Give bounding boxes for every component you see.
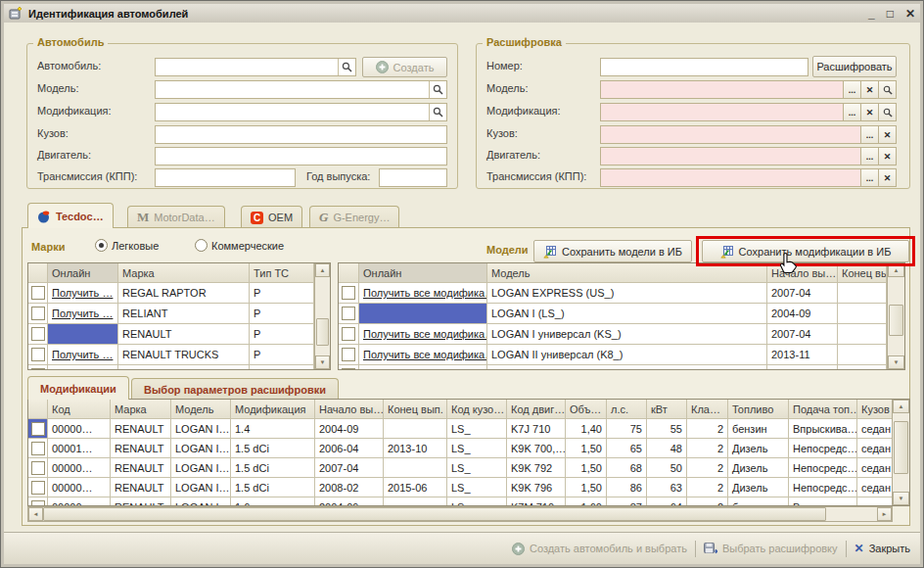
clear-icon[interactable]: ✕ [879, 147, 897, 166]
vertical-scrollbar[interactable]: ▲ ▼ [314, 263, 330, 369]
cell[interactable]: 64 [647, 497, 687, 506]
row-checkbox-cell[interactable] [339, 283, 359, 304]
horizontal-scrollbar[interactable]: ◄ ► [27, 506, 893, 522]
focused-checkbox-cell[interactable] [28, 419, 48, 439]
scroll-down-icon[interactable]: ▼ [893, 492, 909, 505]
cell[interactable]: б… [728, 497, 789, 506]
tab-genergy[interactable]: G G-Energy… [309, 206, 399, 228]
cell[interactable]: бензин [728, 419, 789, 439]
mods-header-checkbox[interactable] [28, 400, 48, 419]
minimize-button[interactable]: _ [868, 7, 875, 21]
scroll-thumb[interactable] [894, 421, 908, 474]
more-button[interactable]: ... [844, 103, 861, 121]
cell[interactable]: LS_ [447, 497, 507, 506]
cell[interactable]: LS_ [447, 458, 507, 478]
column-header[interactable]: л.с. [607, 400, 647, 419]
row-checkbox-cell[interactable] [28, 304, 48, 324]
cell[interactable]: LS_ [447, 478, 507, 497]
scroll-thumb[interactable] [316, 318, 329, 346]
scroll-thumb[interactable] [889, 305, 903, 336]
row-checkbox-cell[interactable] [339, 324, 359, 345]
cell[interactable]: Непосредс… [789, 478, 857, 497]
scroll-thumb[interactable] [43, 507, 826, 521]
scroll-up-icon[interactable]: ▲ [888, 263, 904, 277]
online-link-cell[interactable]: Получить … [48, 345, 118, 365]
column-header[interactable]: Модель [171, 400, 231, 419]
cell[interactable]: 1,60 [566, 497, 607, 506]
cell[interactable] [384, 497, 447, 506]
online-link-cell[interactable]: Получить … [48, 304, 118, 324]
row-checkbox-cell[interactable] [28, 439, 48, 458]
cell[interactable]: K7M 710 [507, 497, 566, 506]
decode-model-field[interactable] [600, 80, 844, 99]
cell[interactable]: LS_ [447, 439, 507, 458]
cell[interactable]: 2 [687, 478, 728, 497]
table-row[interactable]: 00001… RENAULT LOGAN I… 1.5 dCi 2006-04 … [28, 439, 909, 458]
column-header[interactable]: Конец вып. [384, 400, 447, 419]
more-button[interactable]: ... [844, 80, 861, 99]
column-header[interactable]: Начало вы… [315, 400, 384, 419]
cell[interactable]: Дизель [728, 458, 789, 478]
cell[interactable]: 2006-04 [315, 439, 384, 458]
cell[interactable]: K9K 796 [507, 478, 566, 497]
table-row-selected[interactable]: RENAULT P [28, 324, 330, 345]
tab-oem[interactable]: C OEM [241, 206, 302, 228]
more-button[interactable]: ... [861, 125, 879, 144]
table-row[interactable]: Получить все модифика… LOGAN/STEPWAY II … [339, 365, 904, 370]
cell[interactable]: 2007-04 [315, 458, 384, 478]
checkbox[interactable] [31, 442, 45, 455]
cell[interactable]: 2015-06 [384, 478, 447, 497]
decode-engine-field[interactable] [600, 147, 861, 166]
cell[interactable]: 68 [607, 458, 647, 478]
cell[interactable]: 00000… [48, 458, 111, 478]
search-icon[interactable] [879, 103, 897, 121]
brand-cell[interactable]: RELIANT [118, 304, 250, 324]
cell[interactable]: LOGAN I… [171, 439, 231, 458]
table-row[interactable]: Получить … RELIANT P [28, 304, 330, 324]
radio-passenger[interactable]: Легковые [95, 239, 159, 252]
row-checkbox-cell[interactable] [28, 365, 48, 370]
cell[interactable]: седан [857, 419, 892, 439]
column-header[interactable]: Код [48, 400, 111, 419]
brand-cell[interactable]: REX [118, 365, 250, 370]
search-icon[interactable] [338, 59, 355, 75]
models-header-end[interactable]: Конец вып. [838, 263, 887, 283]
column-header[interactable]: Код двиг… [507, 400, 566, 419]
cell[interactable]: 00001… [48, 439, 111, 458]
checkbox[interactable] [342, 307, 355, 320]
row-checkbox-cell[interactable] [28, 345, 48, 365]
online-link-cell[interactable]: Получить … [48, 283, 118, 304]
save-models-button[interactable]: Сохранить модели в ИБ [533, 240, 692, 262]
scroll-right-icon[interactable]: ► [877, 507, 892, 521]
decode-transmission-field[interactable] [600, 168, 861, 187]
decode-body-field[interactable] [600, 125, 861, 144]
column-header[interactable]: Кузов [857, 400, 892, 419]
cell[interactable]: LS_ [447, 419, 507, 439]
checkbox[interactable] [31, 422, 45, 436]
cell[interactable]: 1,50 [566, 458, 607, 478]
online-link-cell[interactable]: Получить все модифика… [359, 283, 487, 304]
brand-cell[interactable]: RENAULT [118, 324, 250, 345]
start-cell[interactable]: 2012-09 [767, 365, 838, 370]
cell[interactable]: 2 [687, 497, 728, 506]
cell[interactable]: 2004-09 [315, 497, 384, 506]
cell[interactable]: 2 [687, 439, 728, 458]
cell[interactable]: Дизель [728, 478, 789, 497]
row-checkbox-cell[interactable] [339, 304, 359, 324]
cell[interactable]: 2 [687, 458, 728, 478]
end-cell[interactable] [838, 345, 887, 365]
cell[interactable]: 87 [607, 497, 647, 506]
brands-header-online[interactable]: Онлайн [48, 263, 118, 283]
close-button[interactable]: ✕ [905, 7, 915, 21]
vehicle-engine-input[interactable] [155, 147, 447, 166]
search-icon[interactable] [879, 80, 897, 99]
vehicle-modification-input[interactable] [155, 103, 447, 121]
cell[interactable]: 1,50 [566, 478, 607, 497]
start-cell[interactable]: 2013-11 [767, 345, 838, 365]
decode-modification-field[interactable] [600, 103, 844, 121]
cell[interactable] [384, 419, 447, 439]
more-button[interactable]: ... [861, 147, 879, 166]
column-header[interactable]: Модификация [231, 400, 315, 419]
column-header[interactable]: Подача топ… [789, 400, 857, 419]
brand-cell[interactable]: REGAL RAPTOR [118, 283, 250, 304]
